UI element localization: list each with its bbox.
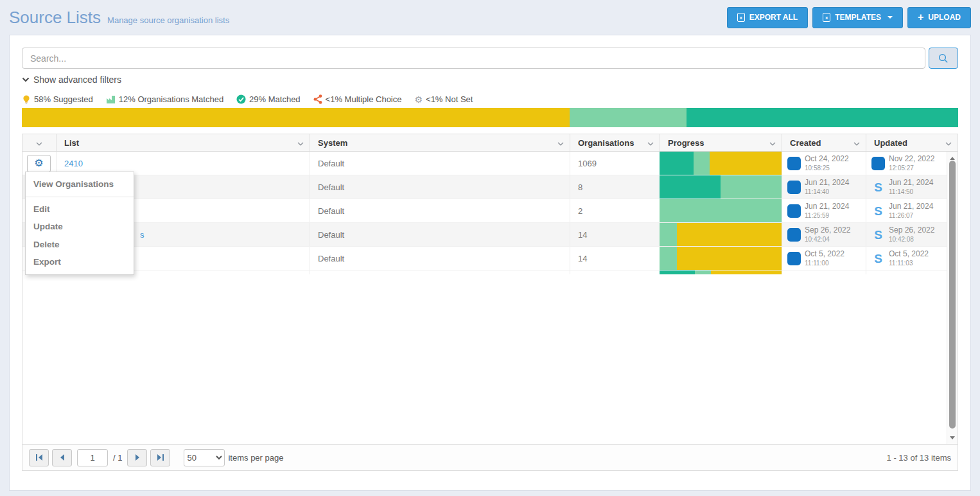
updated-date: Jun 21, 2024 xyxy=(889,202,933,212)
created-date: Jun 21, 2024 xyxy=(805,202,849,212)
search-button[interactable] xyxy=(929,48,958,69)
context-menu-item[interactable]: Export xyxy=(26,253,134,271)
updated-cell: SSep 26, 202210:42:08 xyxy=(866,223,958,246)
column-header-progress[interactable]: Progress xyxy=(660,134,782,151)
templates-button[interactable]: x TEMPLATES xyxy=(812,7,903,28)
legend-item-label: <1% Multiple Choice xyxy=(326,94,402,104)
progress-segment xyxy=(570,108,687,127)
created-date: Jun 21, 2024 xyxy=(805,178,849,188)
updated-datetime: Jun 21, 202411:26:07 xyxy=(889,202,933,220)
chevron-down-icon[interactable] xyxy=(647,138,654,148)
upload-button[interactable]: + UPLOAD xyxy=(907,7,971,28)
organisations-cell: 8 xyxy=(570,175,660,199)
export-all-button[interactable]: x EXPORT ALL xyxy=(727,7,809,28)
column-header-label: List xyxy=(64,138,79,148)
column-header-system[interactable]: System xyxy=(310,134,570,151)
created-datetime: Jun 21, 202411:14:40 xyxy=(805,178,849,197)
table-row: ⚙sDefault14Sep 26, 202210:42:04SSep 26, … xyxy=(22,223,958,247)
chevron-down-icon[interactable] xyxy=(36,138,42,148)
updated-cell: Nov 22, 202212:05:27 xyxy=(866,152,958,175)
updated-cell xyxy=(866,270,958,274)
organisations-count: 1069 xyxy=(578,159,597,168)
updated-time: 11:11:03 xyxy=(889,259,929,267)
page-titles: Source Lists Manage source organisation … xyxy=(9,8,229,28)
sync-icon: S xyxy=(871,229,885,241)
partially-visible-row: ⚙ xyxy=(22,270,958,274)
chevron-down-icon[interactable] xyxy=(853,138,860,148)
table-row: ⚙Default2Jun 21, 202411:25:59SJun 21, 20… xyxy=(22,199,958,223)
context-menu-item[interactable]: Delete xyxy=(26,236,134,254)
progress-segment xyxy=(677,247,782,270)
column-header-label: Created xyxy=(790,138,821,148)
table-row: ⚙ xyxy=(22,270,958,274)
factory-icon xyxy=(106,95,116,104)
progress-cell xyxy=(660,199,782,222)
row-actions-button[interactable]: ⚙ xyxy=(27,155,51,172)
scroll-down-arrow-icon[interactable] xyxy=(947,432,958,443)
organisations-count: 14 xyxy=(578,230,587,240)
created-cell: Sep 26, 202210:42:04 xyxy=(782,223,866,246)
system-value: Default xyxy=(318,159,344,168)
organisations-cell: 14 xyxy=(570,247,660,270)
created-time: 10:58:25 xyxy=(805,164,849,172)
organisations-cell: 14 xyxy=(570,223,660,246)
context-menu-item[interactable]: View Organisations xyxy=(26,175,134,193)
table-row: ⚙Default8Jun 21, 202411:14:40SJun 21, 20… xyxy=(22,175,958,199)
progress-segment xyxy=(710,152,782,175)
created-datetime: Oct 5, 202211:11:00 xyxy=(805,249,844,268)
system-cell: Default xyxy=(310,152,570,175)
column-header-updated[interactable]: Updated xyxy=(866,134,958,151)
legend-item-label: 29% Matched xyxy=(249,94,301,104)
chevron-down-icon[interactable] xyxy=(769,138,776,148)
first-page-button[interactable] xyxy=(29,449,49,466)
created-datetime: Oct 24, 202210:58:25 xyxy=(805,154,849,173)
created-time: 10:42:04 xyxy=(805,235,850,244)
page-number-input[interactable] xyxy=(77,449,108,466)
legend-item: 29% Matched xyxy=(236,94,301,104)
context-menu-item[interactable]: Edit xyxy=(26,200,134,218)
progress-cell xyxy=(660,270,782,274)
chevron-down-icon[interactable] xyxy=(557,138,564,148)
updated-date: Jun 21, 2024 xyxy=(889,178,933,188)
updated-datetime: Oct 5, 202211:11:03 xyxy=(889,249,929,268)
created-datetime: Sep 26, 202210:42:04 xyxy=(805,226,850,244)
system-cell xyxy=(310,270,570,274)
pager: / 1 50 items per page 1 - 13 of 13 items xyxy=(22,444,958,470)
organisations-count: 2 xyxy=(578,206,582,216)
organisations-count: 8 xyxy=(578,182,582,192)
organisations-cell xyxy=(570,270,660,274)
progress-segment xyxy=(660,175,721,199)
blue-square-icon xyxy=(787,181,801,194)
last-page-button[interactable] xyxy=(150,449,170,466)
next-page-button[interactable] xyxy=(127,449,147,466)
column-header-organisations[interactable]: Organisations xyxy=(570,134,660,151)
column-header-list[interactable]: List xyxy=(56,134,310,151)
context-menu-item[interactable]: Update xyxy=(26,218,134,236)
progress-cell xyxy=(660,152,782,175)
previous-page-button[interactable] xyxy=(52,449,72,466)
system-value: Default xyxy=(318,230,344,240)
excel-file-icon: x xyxy=(823,13,830,22)
created-time: 11:25:59 xyxy=(805,211,849,220)
show-advanced-filters-toggle[interactable]: Show advanced filters xyxy=(22,75,121,85)
search-input[interactable] xyxy=(22,48,925,69)
progress-segment xyxy=(660,152,694,175)
created-cell: Oct 24, 202210:58:25 xyxy=(782,152,866,175)
table-row: ⚙2410Default1069Oct 24, 202210:58:25Nov … xyxy=(22,152,958,175)
vertical-scrollbar[interactable] xyxy=(947,152,958,444)
column-header-label: Organisations xyxy=(578,138,634,148)
system-cell: Default xyxy=(310,199,570,222)
chevron-down-icon[interactable] xyxy=(945,138,952,148)
progress-segment xyxy=(677,223,782,246)
created-cell: Jun 21, 202411:25:59 xyxy=(782,199,866,222)
list-link[interactable]: 2410 xyxy=(64,159,83,168)
column-header-actions[interactable] xyxy=(22,134,56,151)
page-size-select[interactable]: 50 xyxy=(184,449,225,466)
chevron-down-icon[interactable] xyxy=(297,138,304,148)
scrollbar-thumb[interactable] xyxy=(949,161,956,429)
source-lists-panel: Show advanced filters 58% Suggested12% O… xyxy=(9,35,971,491)
search-row xyxy=(22,48,958,69)
column-header-created[interactable]: Created xyxy=(782,134,866,151)
legend-item-label: 12% Organisations Matched xyxy=(119,94,223,104)
gear-icon: ⚙ xyxy=(414,95,423,104)
